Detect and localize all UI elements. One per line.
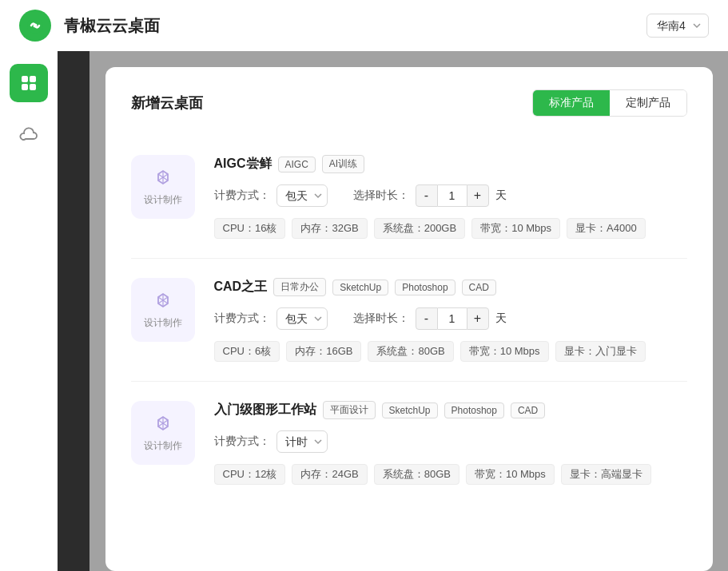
duration-label-cad: 选择时长： <box>353 311 409 326</box>
tab-custom[interactable]: 定制产品 <box>610 90 686 116</box>
billing-label-gfx: 计费方式： <box>214 434 270 449</box>
product-info-gfx: 入门级图形工作站 平面设计 SketchUp Photoshop CAD 计费方… <box>214 401 687 485</box>
svg-rect-5 <box>30 84 36 90</box>
stepper-minus-aigc[interactable]: - <box>416 184 438 207</box>
product-name-aigc: AIGC尝鲜 <box>214 156 272 172</box>
stepper-value-cad[interactable] <box>438 307 467 330</box>
svg-rect-4 <box>22 84 28 90</box>
billing-select-aigc[interactable]: 包天 包月 计时 <box>276 184 328 207</box>
stepper-minus-cad[interactable]: - <box>416 307 438 330</box>
spec-disk-gfx: 系统盘：80GB <box>374 464 459 485</box>
sidebar-item-dashboard[interactable] <box>10 64 48 102</box>
duration-label-aigc: 选择时长： <box>353 188 409 203</box>
spec-gpu-aigc: 显卡：A4000 <box>567 218 646 239</box>
product-icon-gfx: 设计制作 <box>131 401 195 465</box>
tab-group: 标准产品 定制产品 <box>532 89 687 117</box>
product-info-cad: CAD之王 日常办公 SketchUp Photoshop CAD 计费方式： … <box>214 278 687 362</box>
region-select[interactable]: 华南4 华南3 华北1 <box>646 14 709 38</box>
tag-cad-2: Photoshop <box>395 280 455 295</box>
spec-mem-aigc: 内存：32GB <box>292 218 367 239</box>
topbar: 青椒云云桌面 华南4 华南3 华北1 <box>0 0 728 51</box>
billing-group-aigc: 计费方式： 包天 包月 计时 <box>214 184 328 207</box>
stepper-aigc: - + <box>416 184 489 207</box>
sidebar-item-cloud[interactable] <box>10 115 48 153</box>
svg-rect-3 <box>30 76 36 82</box>
product-card-cad: 设计制作 CAD之王 日常办公 SketchUp Photoshop CAD 计… <box>131 259 687 382</box>
app-title: 青椒云云桌面 <box>64 15 160 37</box>
tag-aigc-0: AIGC <box>278 157 316 172</box>
billing-label-aigc: 计费方式： <box>214 188 270 203</box>
modal-overlay: 新增云桌面 标准产品 定制产品 设计制作 <box>90 51 728 571</box>
spec-gpu-cad: 显卡：入门显卡 <box>555 341 646 362</box>
product-name-gfx: 入门级图形工作站 <box>214 402 316 418</box>
tag-gfx-2: Photoshop <box>444 402 504 418</box>
product-icon-label-aigc: 设计制作 <box>144 193 182 207</box>
tag-cad-1: SketchUp <box>332 280 388 295</box>
spec-mem-cad: 内存：16GB <box>286 341 361 362</box>
duration-group-aigc: 选择时长： - + 天 <box>353 184 507 207</box>
product-name-row-gfx: 入门级图形工作站 平面设计 SketchUp Photoshop CAD <box>214 401 687 419</box>
main-content: 新增云桌面 标准产品 定制产品 设计制作 <box>90 51 728 571</box>
product-icon-label-cad: 设计制作 <box>144 316 182 330</box>
spec-cpu-cad: CPU：6核 <box>214 341 280 362</box>
spec-gpu-gfx: 显卡：高端显卡 <box>561 464 651 485</box>
billing-select-cad[interactable]: 包天 包月 计时 <box>276 307 328 330</box>
config-row-cad: 计费方式： 包天 包月 计时 选择时长： - <box>214 307 687 330</box>
tab-standard[interactable]: 标准产品 <box>533 90 610 116</box>
tag-gfx-1: SketchUp <box>382 402 438 418</box>
spec-cpu-gfx: CPU：12核 <box>214 464 286 485</box>
modal-header: 新增云桌面 标准产品 定制产品 <box>131 89 687 117</box>
stepper-plus-cad[interactable]: + <box>467 307 489 330</box>
modal-title: 新增云桌面 <box>131 93 203 113</box>
tag-gfx-0: 平面设计 <box>323 401 376 419</box>
stepper-cad: - + <box>416 307 489 330</box>
product-card-aigc: 设计制作 AIGC尝鲜 AIGC AI训练 计费方式： 包天 包月 <box>131 136 687 259</box>
stepper-value-aigc[interactable] <box>438 184 467 207</box>
tag-cad-0: 日常办公 <box>273 278 326 296</box>
duration-group-cad: 选择时长： - + 天 <box>353 307 507 330</box>
product-icon-cad: 设计制作 <box>131 278 195 342</box>
tag-aigc-1: AI训练 <box>322 155 364 173</box>
product-icon-label-gfx: 设计制作 <box>144 439 182 453</box>
spec-bw-cad: 带宽：10 Mbps <box>460 341 549 362</box>
specs-row-cad: CPU：6核 内存：16GB 系统盘：80GB 带宽：10 Mbps 显卡：入门… <box>214 341 687 362</box>
product-name-row-cad: CAD之王 日常办公 SketchUp Photoshop CAD <box>214 278 687 296</box>
product-info-aigc: AIGC尝鲜 AIGC AI训练 计费方式： 包天 包月 计时 <box>214 155 687 239</box>
specs-row-aigc: CPU：16核 内存：32GB 系统盘：200GB 带宽：10 Mbps 显卡：… <box>214 218 687 239</box>
modal: 新增云桌面 标准产品 定制产品 设计制作 <box>105 67 713 571</box>
app-logo <box>19 10 51 42</box>
spec-cpu-aigc: CPU：16核 <box>214 218 286 239</box>
product-name-cad: CAD之王 <box>214 279 268 295</box>
spec-disk-cad: 系统盘：80GB <box>368 341 453 362</box>
duration-unit-cad: 天 <box>495 311 507 326</box>
spec-mem-gfx: 内存：24GB <box>292 464 367 485</box>
svg-rect-2 <box>22 76 28 82</box>
billing-label-cad: 计费方式： <box>214 311 270 326</box>
stepper-plus-aigc[interactable]: + <box>467 184 489 207</box>
svg-point-1 <box>34 24 38 28</box>
product-name-row-aigc: AIGC尝鲜 AIGC AI训练 <box>214 155 687 173</box>
billing-select-gfx[interactable]: 包天 包月 计时 <box>276 430 328 453</box>
product-card-gfx: 设计制作 入门级图形工作站 平面设计 SketchUp Photoshop CA… <box>131 382 687 504</box>
tag-cad-3: CAD <box>462 280 496 295</box>
product-icon-aigc: 设计制作 <box>131 155 195 219</box>
tag-gfx-3: CAD <box>511 402 545 418</box>
billing-group-gfx: 计费方式： 包天 包月 计时 <box>214 430 328 453</box>
dark-side-panel <box>58 51 90 571</box>
spec-bw-gfx: 带宽：10 Mbps <box>466 464 555 485</box>
spec-bw-aigc: 带宽：10 Mbps <box>471 218 560 239</box>
duration-unit-aigc: 天 <box>495 188 507 203</box>
spec-disk-aigc: 系统盘：200GB <box>374 218 465 239</box>
config-row-aigc: 计费方式： 包天 包月 计时 选择时长： - <box>214 184 687 207</box>
specs-row-gfx: CPU：12核 内存：24GB 系统盘：80GB 带宽：10 Mbps 显卡：高… <box>214 464 687 485</box>
billing-group-cad: 计费方式： 包天 包月 计时 <box>214 307 328 330</box>
sidebar <box>0 51 58 571</box>
config-row-gfx: 计费方式： 包天 包月 计时 <box>214 430 687 453</box>
